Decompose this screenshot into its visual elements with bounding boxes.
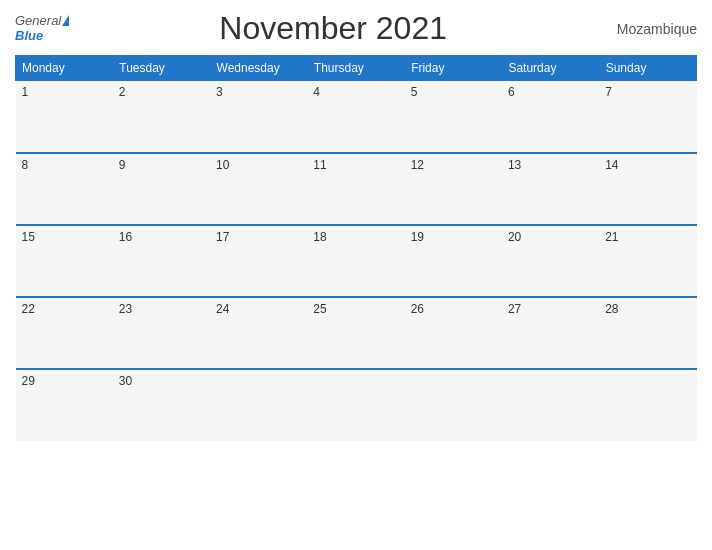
day-number: 27 (508, 302, 593, 316)
day-cell (405, 369, 502, 441)
day-cell: 19 (405, 225, 502, 297)
week-row-2: 891011121314 (16, 153, 697, 225)
day-cell: 3 (210, 81, 307, 153)
day-number: 24 (216, 302, 301, 316)
logo: General Blue (15, 14, 69, 43)
day-cell: 6 (502, 81, 599, 153)
day-number: 6 (508, 85, 593, 99)
day-number: 25 (313, 302, 398, 316)
day-cell (599, 369, 696, 441)
day-number: 26 (411, 302, 496, 316)
day-number: 7 (605, 85, 690, 99)
day-cell (502, 369, 599, 441)
day-cell: 16 (113, 225, 210, 297)
day-cell: 13 (502, 153, 599, 225)
day-cell: 14 (599, 153, 696, 225)
week-row-1: 1234567 (16, 81, 697, 153)
logo-general-text: General (15, 14, 61, 28)
day-cell: 15 (16, 225, 113, 297)
day-number: 18 (313, 230, 398, 244)
week-row-3: 15161718192021 (16, 225, 697, 297)
calendar-container: General Blue November 2021 Mozambique Mo… (0, 0, 712, 550)
col-wednesday: Wednesday (210, 56, 307, 81)
day-cell: 30 (113, 369, 210, 441)
day-cell: 21 (599, 225, 696, 297)
day-cell: 24 (210, 297, 307, 369)
day-number: 9 (119, 158, 204, 172)
day-cell (210, 369, 307, 441)
logo-blue-text: Blue (15, 29, 43, 43)
day-cell: 17 (210, 225, 307, 297)
day-number: 8 (22, 158, 107, 172)
day-number: 29 (22, 374, 107, 388)
day-number: 12 (411, 158, 496, 172)
day-cell: 18 (307, 225, 404, 297)
week-row-4: 22232425262728 (16, 297, 697, 369)
col-friday: Friday (405, 56, 502, 81)
day-cell: 25 (307, 297, 404, 369)
col-saturday: Saturday (502, 56, 599, 81)
calendar-grid: Monday Tuesday Wednesday Thursday Friday… (15, 55, 697, 441)
day-number: 15 (22, 230, 107, 244)
header: General Blue November 2021 Mozambique (15, 10, 697, 47)
day-number: 20 (508, 230, 593, 244)
day-cell: 11 (307, 153, 404, 225)
day-cell: 20 (502, 225, 599, 297)
day-number: 16 (119, 230, 204, 244)
day-cell: 9 (113, 153, 210, 225)
col-sunday: Sunday (599, 56, 696, 81)
day-cell: 2 (113, 81, 210, 153)
day-cell: 22 (16, 297, 113, 369)
day-number: 22 (22, 302, 107, 316)
weekday-header-row: Monday Tuesday Wednesday Thursday Friday… (16, 56, 697, 81)
day-cell: 23 (113, 297, 210, 369)
day-number: 3 (216, 85, 301, 99)
day-cell (307, 369, 404, 441)
day-cell: 8 (16, 153, 113, 225)
day-number: 11 (313, 158, 398, 172)
day-number: 10 (216, 158, 301, 172)
day-cell: 10 (210, 153, 307, 225)
day-cell: 7 (599, 81, 696, 153)
day-number: 1 (22, 85, 107, 99)
col-tuesday: Tuesday (113, 56, 210, 81)
day-number: 4 (313, 85, 398, 99)
day-cell: 26 (405, 297, 502, 369)
day-number: 21 (605, 230, 690, 244)
day-cell: 29 (16, 369, 113, 441)
logo-triangle-icon (62, 15, 69, 26)
day-number: 14 (605, 158, 690, 172)
day-cell: 12 (405, 153, 502, 225)
col-monday: Monday (16, 56, 113, 81)
day-cell: 5 (405, 81, 502, 153)
day-cell: 4 (307, 81, 404, 153)
day-number: 28 (605, 302, 690, 316)
calendar-title: November 2021 (69, 10, 597, 47)
day-number: 23 (119, 302, 204, 316)
col-thursday: Thursday (307, 56, 404, 81)
day-cell: 28 (599, 297, 696, 369)
day-number: 13 (508, 158, 593, 172)
day-cell: 1 (16, 81, 113, 153)
day-cell: 27 (502, 297, 599, 369)
country-label: Mozambique (597, 21, 697, 37)
day-number: 5 (411, 85, 496, 99)
day-number: 2 (119, 85, 204, 99)
day-number: 19 (411, 230, 496, 244)
day-number: 17 (216, 230, 301, 244)
week-row-5: 2930 (16, 369, 697, 441)
day-number: 30 (119, 374, 204, 388)
